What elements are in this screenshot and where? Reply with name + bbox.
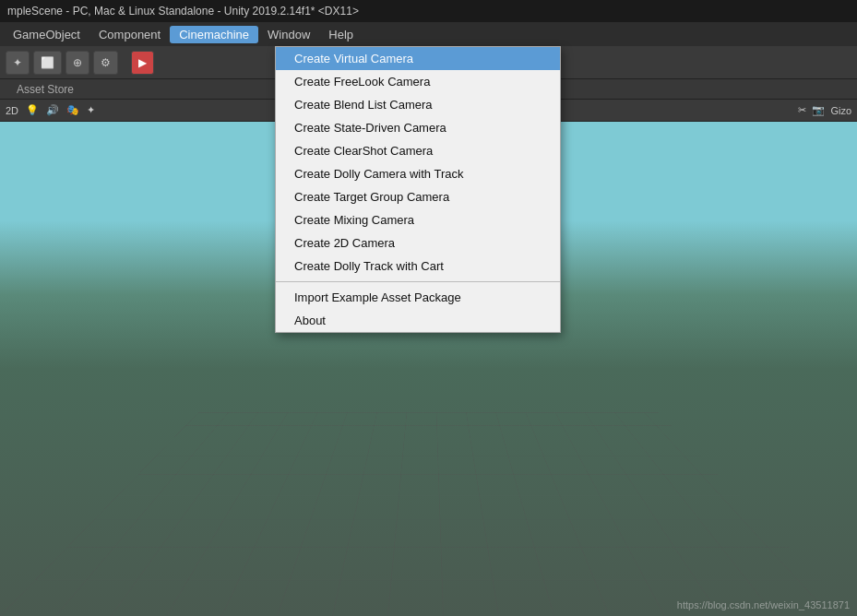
dropdown-item-dolly-track-cart[interactable]: Create Dolly Track with Cart: [276, 255, 560, 278]
cinemachine-dropdown[interactable]: Create Virtual CameraCreate FreeLook Cam…: [275, 46, 561, 333]
menu-gameobject[interactable]: GameObject: [4, 26, 89, 43]
scene-toolbar-right: ✂ 📷 Gizo: [798, 104, 851, 116]
menu-help[interactable]: Help: [319, 26, 363, 43]
asset-store-tab[interactable]: Asset Store: [6, 81, 85, 98]
scene-light-icon: 💡: [26, 104, 39, 116]
scene-grid: [0, 412, 857, 616]
menu-cinemachine[interactable]: Cinemachine: [170, 26, 258, 43]
title-text: mpleScene - PC, Mac & Linux Standalone -…: [7, 5, 359, 18]
dropdown-item-blend-list-camera[interactable]: Create Blend List Camera: [276, 93, 560, 116]
dropdown-item-virtual-camera[interactable]: Create Virtual Camera: [276, 47, 560, 70]
scene-2d-mode[interactable]: 2D: [6, 105, 18, 116]
dropdown-item-target-group-camera[interactable]: Create Target Group Camera: [276, 185, 560, 208]
title-bar: mpleScene - PC, Mac & Linux Standalone -…: [0, 0, 857, 22]
dropdown-item-state-driven-camera[interactable]: Create State-Driven Camera: [276, 116, 560, 139]
scene-gizo-label: Gizo: [830, 105, 851, 116]
scene-skybox-icon: 🎭: [66, 104, 79, 116]
toolbar-rect[interactable]: ⬜: [33, 51, 62, 75]
scene-gizmo-icon: ✂: [798, 104, 806, 116]
dropdown-separator-10: [276, 281, 560, 282]
menu-window[interactable]: Window: [258, 26, 319, 43]
toolbar-scale[interactable]: ⚙: [93, 51, 118, 75]
dropdown-item-2d-camera[interactable]: Create 2D Camera: [276, 231, 560, 255]
watermark: https://blog.csdn.net/weixin_43511871: [677, 599, 850, 610]
dropdown-item-import-example[interactable]: Import Example Asset Package: [276, 286, 560, 309]
dropdown-item-freelook-camera[interactable]: Create FreeLook Camera: [276, 70, 560, 93]
scene-fx-icon: ✦: [87, 104, 95, 116]
menu-bar: GameObject Component Cinemachine Window …: [0, 22, 857, 46]
toolbar-rotate[interactable]: ⊕: [65, 51, 89, 75]
scene-audio-icon: 🔊: [46, 104, 59, 116]
menu-component[interactable]: Component: [89, 26, 170, 43]
toolbar-play[interactable]: ▶: [131, 51, 154, 75]
dropdown-item-about[interactable]: About: [276, 309, 560, 332]
dropdown-item-clearshot-camera[interactable]: Create ClearShot Camera: [276, 139, 560, 162]
scene-camera-icon: 📷: [812, 104, 825, 116]
dropdown-item-mixing-camera[interactable]: Create Mixing Camera: [276, 208, 560, 231]
toolbar-move[interactable]: ✦: [6, 51, 30, 75]
dropdown-item-dolly-camera-track[interactable]: Create Dolly Camera with Track: [276, 162, 560, 185]
